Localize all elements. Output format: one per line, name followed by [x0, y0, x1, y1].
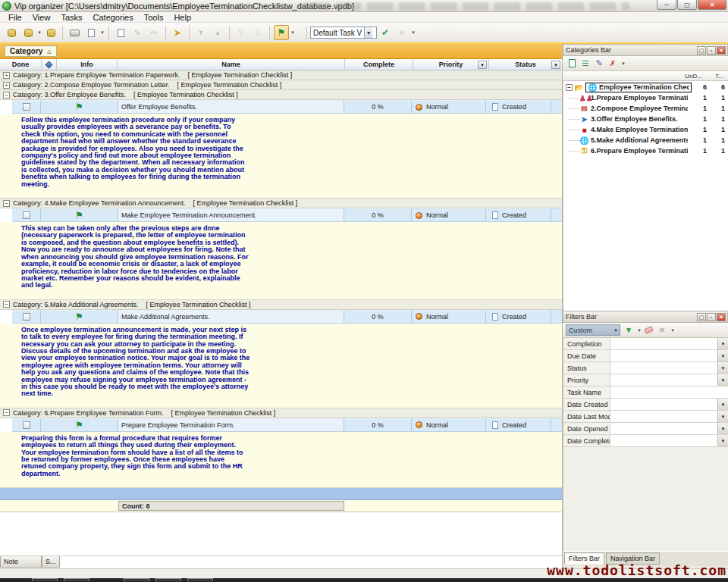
dropdown-arrow-icon[interactable]: ▼ [717, 435, 728, 446]
task-complete-cell[interactable]: 0 % [344, 418, 412, 431]
view-toolbar-dropdown[interactable]: ▾ [410, 30, 416, 36]
expand-icon[interactable]: + [3, 82, 10, 89]
task-status-cell[interactable]: Created [486, 418, 551, 431]
taskbar-button[interactable] [64, 578, 89, 581]
column-priority-icon[interactable] [42, 59, 57, 70]
category-group-3[interactable]: − Category: 3.Offer Employee Benefits. [… [0, 90, 562, 100]
task-view-combo-arrow[interactable]: ▼ [364, 27, 372, 38]
tree-item[interactable]: ■ 4.Make Employee Termination 1 1 [563, 124, 728, 135]
task-row[interactable]: ⚑ Offer Employee Benefits. 0 % Normal Cr… [12, 100, 562, 114]
column-name[interactable]: Name [118, 59, 345, 70]
task-checkbox[interactable] [23, 103, 30, 111]
filter-value[interactable] [610, 350, 717, 361]
expand-icon[interactable]: + [3, 72, 10, 79]
dropdown-arrow-icon[interactable]: ▼ [717, 362, 728, 374]
taskbar-button[interactable] [32, 578, 58, 581]
apply-filter-button[interactable]: ▼ [623, 324, 635, 336]
move-down-button[interactable]: ▼ [193, 25, 209, 40]
category-sort-chip[interactable]: Category △ [5, 45, 57, 57]
clear-filter-button[interactable] [642, 324, 654, 336]
menu-file[interactable]: File [3, 13, 27, 22]
panel-close-icon[interactable]: ✕ [717, 46, 726, 55]
task-priority-cell[interactable]: Normal [412, 208, 486, 221]
menu-categories[interactable]: Categories [88, 13, 139, 22]
collapse-icon[interactable]: − [3, 409, 10, 416]
column-status[interactable]: Status▼ [489, 59, 562, 70]
save-database-button[interactable] [43, 25, 58, 40]
complete-task-button[interactable]: ➤ [170, 25, 185, 40]
category-group-1[interactable]: + Category: 1.Prepare Employee Terminati… [0, 70, 562, 80]
categories-toolbar-dropdown[interactable]: ▾ [620, 61, 626, 67]
filter-value[interactable] [610, 338, 717, 349]
task-checkbox[interactable] [23, 421, 30, 429]
filter-value[interactable] [610, 435, 717, 446]
dropdown-arrow-icon[interactable]: ▼ [717, 399, 728, 410]
collapse-icon[interactable]: − [3, 92, 10, 99]
category-group-6[interactable]: − Category: 6.Prepare Employee Terminati… [0, 408, 562, 418]
collapse-icon[interactable]: − [3, 200, 10, 207]
delete-task-button[interactable]: ✏ [146, 25, 162, 40]
task-name-cell[interactable]: Prepare Employee Termination Form. [118, 418, 344, 431]
task-view-combo[interactable]: Default Task V ▼ [310, 27, 377, 39]
column-priority[interactable]: Priority▼ [413, 59, 489, 70]
tree-item[interactable]: ♟♟ 1.Prepare Employee Terminatio 1 1 [563, 92, 728, 103]
tree-item[interactable]: ✉ 2.Compose Employee Terminat 1 1 [563, 103, 728, 114]
apply-view-button[interactable]: ✔ [378, 25, 393, 40]
open-database-button[interactable] [20, 25, 36, 40]
print-button[interactable] [67, 25, 82, 40]
category-group-4[interactable]: − Category: 4.Make Employee Termination … [0, 199, 562, 208]
task-complete-cell[interactable]: 0 % [344, 208, 412, 221]
move-bottom-button[interactable]: ▽ [234, 25, 249, 40]
notes-dropdown[interactable]: ▾ [290, 30, 296, 36]
column-info[interactable]: Info [57, 59, 118, 70]
menu-help[interactable]: Help [168, 13, 196, 22]
collapse-icon[interactable]: − [566, 84, 573, 91]
print-preview-button[interactable] [83, 25, 99, 40]
task-checkbox[interactable] [23, 313, 30, 321]
task-priority-cell[interactable]: Normal [412, 100, 486, 113]
task-complete-cell[interactable]: 0 % [344, 100, 412, 113]
filter-value[interactable] [610, 423, 717, 434]
filters-toolbar-dropdown[interactable]: ▾ [670, 327, 676, 333]
edit-task-button[interactable]: ✎ [130, 25, 145, 40]
task-complete-cell[interactable]: 0 % [344, 310, 412, 323]
dropdown-arrow-icon[interactable]: ▼ [717, 374, 728, 386]
task-checkbox[interactable] [23, 211, 30, 219]
task-priority-cell[interactable]: Normal [412, 418, 486, 431]
new-database-button[interactable] [4, 25, 19, 40]
task-name-cell[interactable]: Make Employee Termination Announcement. [118, 208, 344, 221]
tree-item[interactable]: ⚿ 6.Prepare Employee Terminatio 1 1 [563, 146, 728, 156]
apply-filter-dropdown[interactable]: ▾ [636, 327, 642, 333]
filter-value[interactable] [610, 386, 728, 398]
task-status-cell[interactable]: Created [486, 100, 551, 113]
task-row[interactable]: ⚑ Prepare Employee Termination Form. 0 %… [12, 418, 562, 432]
task-row[interactable]: ⚑ Make Employee Termination Announcement… [12, 208, 562, 222]
panel-close-icon[interactable]: ✕ [717, 313, 726, 321]
taskbar-button[interactable] [124, 578, 149, 581]
collapse-icon[interactable]: − [3, 301, 10, 308]
note-tab[interactable]: Note [0, 556, 42, 568]
minimize-button[interactable]: ─ [657, 0, 676, 10]
task-name-cell[interactable]: Make Additional Agreements. [118, 310, 344, 323]
dropdown-arrow-icon[interactable]: ▼ [717, 338, 728, 349]
menu-view[interactable]: View [27, 13, 56, 22]
tree-root-row[interactable]: − 📂 🌐 Employee Termination Checkli: 6 6 [563, 82, 728, 92]
open-database-dropdown[interactable]: ▾ [36, 30, 42, 36]
delete-filter-button[interactable]: ✕ [656, 324, 668, 336]
show-notes-toggle[interactable]: ⚑ [274, 25, 289, 40]
menu-tasks[interactable]: Tasks [55, 13, 87, 22]
dropdown-arrow-icon[interactable]: ▼ [717, 350, 728, 361]
new-category-button[interactable] [566, 58, 578, 69]
edit-category-button[interactable]: ✎ [593, 58, 605, 69]
filter-value[interactable] [610, 362, 717, 374]
split-tab[interactable]: S... [42, 556, 60, 568]
dropdown-arrow-icon[interactable]: ▼ [717, 423, 728, 434]
column-done[interactable]: Done [0, 59, 42, 70]
panel-pin-icon[interactable]: ⋆ [707, 313, 716, 321]
delete-view-button[interactable]: ✕ [394, 25, 410, 40]
panel-restore-icon[interactable]: ▢ [697, 46, 706, 55]
total-column[interactable]: T... [715, 73, 723, 80]
print-dropdown[interactable]: ▾ [99, 30, 105, 36]
task-status-cell[interactable]: Created [486, 208, 551, 221]
move-top-button[interactable]: △ [250, 25, 265, 40]
